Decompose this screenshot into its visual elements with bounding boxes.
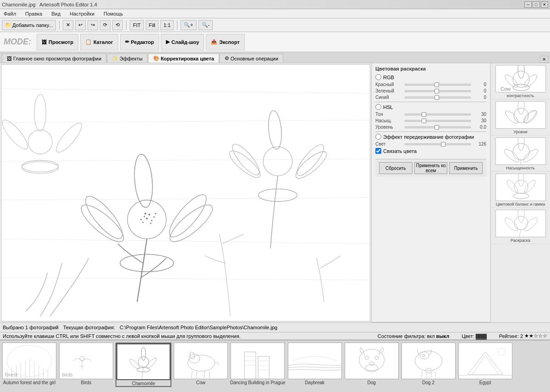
film-img-chamomile [116,343,170,380]
export-icon: 📤 [211,39,217,45]
filmstrip-item-daybreak[interactable]: Daybreak [287,343,342,385]
action-buttons: Сбросить Применить ко всем Применить [375,159,486,177]
current-photo-label: Текущая фотография: [63,325,115,330]
delete-button[interactable]: ✕ [63,20,73,30]
saturation-thumb[interactable] [422,119,426,123]
hue-slider[interactable] [405,114,471,115]
main-area: Цветовая раскраска RGB Красный 0 Зеленый… [0,63,550,322]
mode-slideshow-button[interactable]: ▶ Слайд-шоу [161,34,204,50]
fit-button[interactable]: FIT [130,20,144,30]
rotate-button[interactable]: ⟳ [100,20,110,30]
red-slider[interactable] [405,84,471,86]
hsl-radio[interactable] [375,104,381,110]
rotate-ccw-button[interactable]: ⟲ [112,20,123,30]
menu-help[interactable]: Помощь [102,10,125,17]
hue-thumb[interactable] [422,112,426,117]
maximize-button[interactable]: □ [533,1,540,8]
filmstrip-item-dog2[interactable]: Dog 2 [401,343,456,385]
zoom-out-button[interactable]: 🔍- [198,20,213,30]
mode-export-button[interactable]: 📤 Экспорт [206,34,245,50]
red-thumb[interactable] [434,82,439,87]
mode-preview-button[interactable]: 🖼 Просмотр [37,34,78,50]
slideshow-icon: ▶ [166,39,170,45]
hue-slider-row: Тон 30 [375,112,486,117]
hint-bar: Используйте клавиши CTRL или SHIFT совме… [0,332,550,340]
menu-view[interactable]: Вид [50,10,62,17]
light-slider-row: Свет 126 [375,142,486,147]
film-img-cow [174,343,228,379]
filter-state-label: Состояние фильтра: [378,333,426,339]
blue-value: 0 [473,95,486,100]
ratio-button[interactable]: 1:1 [160,20,174,30]
level-slider[interactable] [405,126,471,128]
status-bar: Выбрано 1 фотографий Текущая фотография:… [0,322,550,332]
menu-settings[interactable]: Настройки [68,10,96,17]
preview-entry-contrast[interactable]: Cow контрастность [491,63,550,99]
add-folder-button[interactable]: 📁 Добавить папку... [2,20,56,30]
zoom-in-button[interactable]: 🔍+ [181,20,196,30]
fill-button[interactable]: Fill [146,20,159,30]
rgb-label: RGB [383,75,394,80]
green-thumb[interactable] [434,89,439,93]
minimize-button[interactable]: ─ [524,1,532,8]
image-panel[interactable] [1,64,370,321]
green-slider[interactable] [405,90,471,92]
svg-rect-114 [288,343,341,379]
preview-entry-coloring[interactable]: Раскраска [491,208,550,244]
menu-edit[interactable]: Правка [23,10,44,17]
tab-icon-1: 🖼 [7,56,12,61]
level-thumb[interactable] [434,125,439,130]
blue-thumb[interactable] [434,95,439,100]
light-value: 126 [473,142,486,147]
close-button[interactable]: ✕ [541,1,548,8]
saturation-slider[interactable] [405,120,471,122]
filmstrip-scroll[interactable]: forest Autumn forest and the girl birds [0,341,550,392]
tab-color-correction[interactable]: 🎨 Корректировка цвета [148,54,219,63]
panel-close-button[interactable]: ✕ [540,56,548,63]
rgb-radio[interactable] [375,74,381,80]
tab-effects[interactable]: ✨ Эффекты [107,54,148,63]
preview-img-contrast: Cow [495,65,546,93]
filmstrip-item-chamomile[interactable]: Chamomile [116,343,171,387]
preview-entry-colorbalance[interactable]: Цветовой баланс и гамма [491,172,550,208]
mode-catalog-button[interactable]: 📋 Каталог [80,34,118,50]
blue-slider[interactable] [405,97,471,98]
preview-img-saturation [495,137,546,165]
film-img-dog [345,343,399,379]
tab-main-label: Главное окно просмотра фотографии [13,56,101,61]
file-title: Chamomile.jpg [2,2,35,7]
bind-colors-checkbox[interactable] [375,148,381,154]
filmstrip-item-birds[interactable]: birds Birds [59,343,114,385]
preview-entry-saturation[interactable]: Насыщенность [491,136,550,172]
horizontal-scrollbar[interactable] [1,321,370,321]
apply-all-button[interactable]: Применить ко всем [414,162,448,174]
mode-editor-button[interactable]: ✏ Редактор [120,34,159,50]
tab-basic-ops[interactable]: ⚙ Основные операции [220,54,283,63]
svg-rect-68 [496,210,546,237]
undo-button[interactable]: ↩ [75,20,86,30]
redo-button[interactable]: ↪ [88,20,98,30]
blue-label: Синий [375,95,403,100]
filmstrip-item-building[interactable]: Dancing Building in Prague [230,343,286,385]
saturation-value: 30 [473,118,486,123]
effect-radio[interactable] [375,134,381,140]
light-thumb[interactable] [441,142,446,147]
saturation-slider-row: Насыщ. 30 [375,118,486,123]
svg-point-38 [150,223,151,224]
red-slider-row: Красный 0 [375,82,486,87]
filmstrip-item-dog[interactable]: Dog [344,343,399,385]
filmstrip-item-cow[interactable]: Cow [173,343,228,385]
svg-rect-61 [496,174,546,201]
svg-rect-97 [174,343,227,379]
menu-file[interactable]: Файл [2,10,18,17]
svg-point-37 [140,219,142,220]
toolbar-separator-3 [177,21,177,30]
light-slider[interactable] [405,143,471,145]
tab-main-view[interactable]: 🖼 Главное окно просмотра фотографии [2,54,106,63]
apply-button[interactable]: Применить [449,162,483,174]
tab-effects-label: Эффекты [120,56,143,61]
filmstrip-item-egypt[interactable]: Egypt [458,343,513,385]
reset-button[interactable]: Сбросить [379,162,412,174]
preview-entry-levels[interactable]: Уровни [491,99,550,136]
filmstrip-item-autumn[interactable]: forest Autumn forest and the girl [2,343,57,385]
